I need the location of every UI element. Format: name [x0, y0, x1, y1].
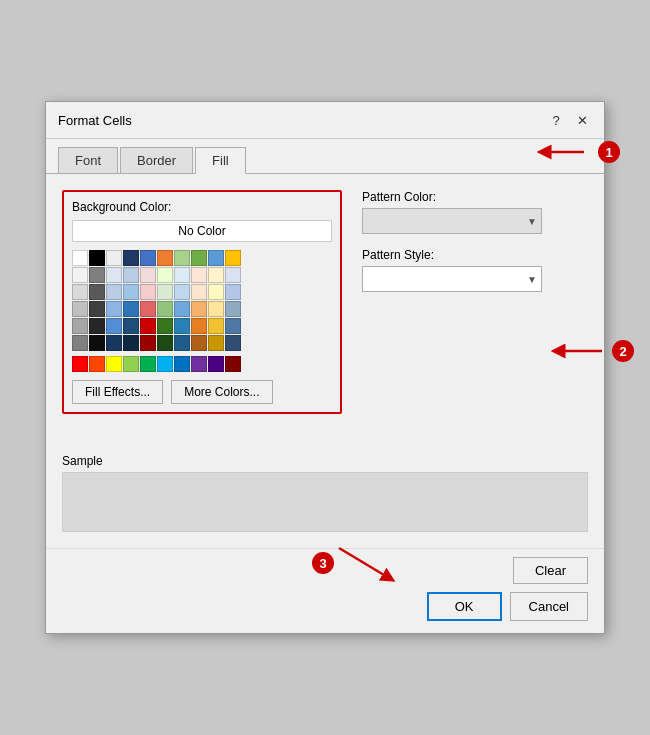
color-swatch[interactable]: [208, 250, 224, 266]
footer-bottom: OK Cancel: [62, 592, 588, 621]
color-swatch[interactable]: [72, 284, 88, 300]
color-row-2: [72, 267, 332, 283]
tab-border[interactable]: Border: [120, 147, 193, 173]
color-swatch[interactable]: [106, 284, 122, 300]
color-swatch[interactable]: [123, 284, 139, 300]
color-swatch[interactable]: [106, 356, 122, 372]
annotation-3: 3: [312, 552, 334, 574]
dropdown-arrow-icon: ▼: [527, 216, 537, 227]
color-swatch[interactable]: [174, 284, 190, 300]
color-swatch[interactable]: [106, 318, 122, 334]
color-swatch[interactable]: [225, 356, 241, 372]
color-row-5: [72, 318, 332, 334]
no-color-button[interactable]: No Color: [72, 220, 332, 242]
color-swatch[interactable]: [140, 335, 156, 351]
arrow-3: [334, 543, 404, 583]
color-swatch[interactable]: [191, 335, 207, 351]
color-swatch[interactable]: [123, 335, 139, 351]
dropdown-arrow-2-icon: ▼: [527, 274, 537, 285]
color-swatch[interactable]: [123, 318, 139, 334]
color-swatch[interactable]: [225, 301, 241, 317]
format-cells-dialog: Format Cells ? ✕ Font Border Fill: [45, 101, 605, 634]
color-swatch[interactable]: [89, 267, 105, 283]
color-swatch[interactable]: [72, 318, 88, 334]
fill-effects-button[interactable]: Fill Effects...: [72, 380, 163, 404]
color-swatch[interactable]: [72, 335, 88, 351]
color-swatch[interactable]: [225, 250, 241, 266]
color-swatch[interactable]: [191, 250, 207, 266]
color-swatch[interactable]: [72, 250, 88, 266]
color-swatch[interactable]: [140, 318, 156, 334]
color-swatch[interactable]: [174, 301, 190, 317]
color-swatch[interactable]: [191, 284, 207, 300]
color-swatch[interactable]: [174, 267, 190, 283]
color-swatch[interactable]: [174, 250, 190, 266]
color-swatch[interactable]: [140, 356, 156, 372]
pattern-style-dropdown[interactable]: ▼: [362, 266, 542, 292]
color-swatch[interactable]: [89, 301, 105, 317]
color-swatch[interactable]: [157, 301, 173, 317]
color-swatch[interactable]: [140, 301, 156, 317]
color-swatch[interactable]: [123, 267, 139, 283]
color-swatch[interactable]: [225, 318, 241, 334]
color-swatch[interactable]: [89, 335, 105, 351]
tab-font[interactable]: Font: [58, 147, 118, 173]
color-swatch[interactable]: [72, 301, 88, 317]
close-button[interactable]: ✕: [572, 110, 592, 130]
color-swatch[interactable]: [208, 318, 224, 334]
annotation-2: 2: [612, 340, 634, 362]
color-swatch[interactable]: [208, 284, 224, 300]
color-swatch[interactable]: [89, 284, 105, 300]
color-swatch[interactable]: [174, 356, 190, 372]
color-swatch[interactable]: [89, 250, 105, 266]
color-swatch[interactable]: [225, 284, 241, 300]
pattern-color-dropdown[interactable]: ▼: [362, 208, 542, 234]
ok-button[interactable]: OK: [427, 592, 502, 621]
pattern-color-label: Pattern Color:: [362, 190, 588, 204]
color-swatch[interactable]: [89, 318, 105, 334]
color-swatch[interactable]: [140, 284, 156, 300]
color-swatch[interactable]: [191, 318, 207, 334]
color-swatch[interactable]: [157, 250, 173, 266]
color-swatch[interactable]: [157, 284, 173, 300]
color-swatch[interactable]: [140, 267, 156, 283]
color-swatch[interactable]: [123, 250, 139, 266]
color-swatch[interactable]: [208, 301, 224, 317]
color-swatch[interactable]: [106, 335, 122, 351]
annotation-3-container: 3: [312, 543, 404, 583]
cancel-button[interactable]: Cancel: [510, 592, 588, 621]
color-swatch[interactable]: [225, 335, 241, 351]
color-swatch[interactable]: [191, 301, 207, 317]
color-swatch[interactable]: [191, 267, 207, 283]
color-row-standard: [72, 356, 332, 372]
color-swatch[interactable]: [174, 335, 190, 351]
color-swatch[interactable]: [174, 318, 190, 334]
color-swatch[interactable]: [191, 356, 207, 372]
color-swatch[interactable]: [157, 318, 173, 334]
color-swatch[interactable]: [72, 356, 88, 372]
color-swatch[interactable]: [157, 335, 173, 351]
sample-label: Sample: [62, 454, 588, 468]
color-swatch[interactable]: [140, 250, 156, 266]
main-content: Background Color: No Color: [46, 174, 604, 434]
color-swatch[interactable]: [157, 356, 173, 372]
color-swatch[interactable]: [123, 356, 139, 372]
color-swatch[interactable]: [225, 267, 241, 283]
color-swatch[interactable]: [72, 267, 88, 283]
color-swatch[interactable]: [89, 356, 105, 372]
color-swatch[interactable]: [157, 267, 173, 283]
tab-fill[interactable]: Fill: [195, 147, 246, 174]
color-swatch[interactable]: [208, 267, 224, 283]
color-swatch[interactable]: [123, 301, 139, 317]
color-swatch[interactable]: [208, 356, 224, 372]
color-swatch[interactable]: [208, 335, 224, 351]
clear-button[interactable]: Clear: [513, 557, 588, 584]
color-row-1: [72, 250, 332, 266]
annotation-1: 1: [598, 141, 620, 163]
color-swatch[interactable]: [106, 301, 122, 317]
help-button[interactable]: ?: [546, 110, 566, 130]
color-swatch[interactable]: [106, 267, 122, 283]
color-swatch[interactable]: [106, 250, 122, 266]
color-row-4: [72, 301, 332, 317]
more-colors-button[interactable]: More Colors...: [171, 380, 272, 404]
